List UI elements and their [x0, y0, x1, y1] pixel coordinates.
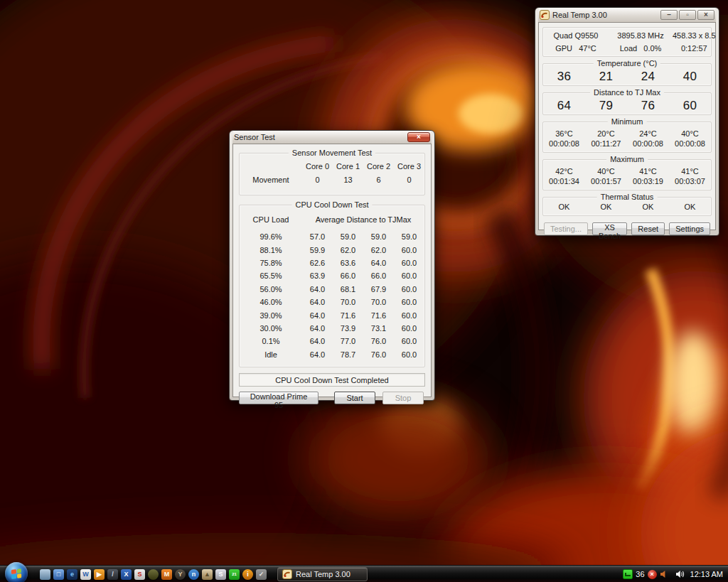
maximum-label: Maximum	[606, 155, 648, 163]
cooldown-load-value: Idle	[240, 350, 302, 359]
minimum-column: 40°C00:00:08	[669, 129, 711, 149]
real-temp-window: Real Temp 3.00 – ▫ × Quad Q95503895.83 M…	[535, 7, 719, 236]
cooldown-row: 46.0%64.070.070.060.0	[240, 296, 424, 308]
cooldown-distance-value: 70.0	[363, 298, 394, 306]
windows-logo-icon	[11, 568, 21, 579]
thermal-status-value: OK	[543, 203, 585, 211]
temperature-value: 21	[585, 70, 627, 84]
stop-button[interactable]: Stop	[382, 392, 424, 404]
maximum-time: 00:01:57	[585, 176, 627, 186]
silver-swoosh-icon[interactable]: S	[215, 569, 226, 580]
flag-pane	[11, 574, 16, 579]
system-tray: 36 × 12:13 AM	[623, 566, 724, 582]
cooldown-distance-value: 70.0	[333, 298, 363, 306]
real-temp-titlebar[interactable]: Real Temp 3.00 – ▫ ×	[538, 8, 716, 22]
cooldown-distance-value: 59.0	[333, 232, 363, 241]
minimum-column: 20°C00:11:27	[585, 129, 627, 149]
download-prime95-button[interactable]: Download Prime 95	[239, 392, 318, 404]
cpu-info-cell: Load 0.0%	[609, 44, 673, 53]
start-button[interactable]: Start	[334, 392, 375, 404]
show-desktop-icon[interactable]	[40, 569, 50, 580]
info-icon[interactable]: i	[242, 569, 253, 580]
media-player-icon[interactable]: ▶	[94, 569, 105, 580]
minimum-time: 00:00:08	[627, 139, 669, 149]
real-temp-client: Quad Q95503895.83 MHz458.33 x 8.5 GPU 47…	[538, 22, 716, 230]
maximum-temp: 40°C	[585, 166, 627, 176]
faded-check-icon[interactable]: ✓	[256, 569, 267, 580]
mute-icon[interactable]: ×	[648, 570, 657, 579]
cooldown-distance-value: 62.0	[363, 246, 394, 254]
cooldown-distance-value: 67.9	[363, 285, 394, 293]
dark-brush-icon[interactable]: /	[107, 569, 118, 580]
cooldown-load-value: 46.0%	[240, 298, 302, 306]
minimize-icon[interactable]: –	[660, 10, 678, 20]
distance-value: 79	[585, 99, 627, 113]
xs-bench-button[interactable]: XS Bench	[592, 222, 627, 235]
real-temp-tray-icon[interactable]	[623, 569, 633, 579]
cooldown-distance-value: 64.0	[302, 311, 333, 320]
close-icon[interactable]: ×	[407, 132, 430, 142]
cooldown-distance-value: 64.0	[302, 298, 333, 306]
cooldown-distance-value: 60.0	[394, 311, 424, 320]
cooldown-load-value: 30.0%	[240, 324, 302, 333]
sensor-test-titlebar[interactable]: Sensor Test ×	[232, 131, 432, 144]
orange-butterfly-icon[interactable]: M	[161, 569, 172, 580]
sensor-test-client: Sensor Movement Test Core 0Core 1Core 2C…	[232, 144, 432, 397]
real-temp-app-icon	[540, 10, 550, 20]
temperature-label: Temperature (°C)	[594, 59, 660, 68]
maximum-time: 00:01:34	[543, 176, 585, 186]
cooldown-distance-value: 59.0	[363, 232, 394, 241]
internet-explorer-icon[interactable]: e	[67, 569, 77, 580]
switch-windows-icon[interactable]: □	[53, 569, 64, 580]
movement-col-header: Core 3	[394, 162, 424, 171]
movement-col-header: Core 0	[302, 162, 333, 171]
cooldown-distance-value: 66.0	[333, 271, 363, 280]
cooldown-load-value: 99.6%	[240, 232, 302, 241]
cooldown-row: 56.0%64.068.167.960.0	[240, 283, 424, 296]
distance-value: 60	[669, 99, 711, 113]
cooldown-distance-value: 57.0	[302, 232, 333, 241]
minimum-temp: 20°C	[585, 129, 627, 139]
olive-orb-icon[interactable]	[148, 569, 159, 580]
cooldown-row: 99.6%57.059.059.059.0	[240, 230, 424, 243]
reset-button[interactable]: Reset	[631, 222, 665, 235]
cpu-info-cell: 3895.83 MHz	[609, 31, 673, 40]
photo-viewer-icon[interactable]: ▲	[202, 569, 213, 580]
volume-icon[interactable]	[675, 570, 685, 578]
cooldown-distance-value: 60.0	[394, 337, 424, 345]
taskbar-real-temp-button[interactable]: Real Temp 3.00	[277, 567, 368, 581]
real-temp-title: Real Temp 3.00	[552, 11, 607, 19]
maximum-column: 40°C00:01:57	[585, 166, 627, 186]
flag-pane	[17, 573, 22, 578]
settings-button[interactable]: Settings	[669, 222, 710, 235]
temperature-value: 24	[627, 70, 669, 84]
clock[interactable]: 12:13 AM	[690, 570, 723, 578]
word-processor-icon[interactable]: W	[80, 569, 91, 580]
cooldown-row: 30.0%64.073.973.160.0	[240, 322, 424, 335]
orange-speaker-icon[interactable]	[660, 570, 668, 578]
cooldown-distance-value: 60.0	[394, 259, 424, 267]
cooldown-header: CPU Load Average Distance to TJMax	[240, 215, 424, 227]
cooldown-distance-value: 60.0	[394, 271, 424, 280]
cooldown-distance-header: Average Distance to TJMax	[302, 215, 424, 227]
red-quill-icon[interactable]: S	[134, 569, 145, 580]
cpu-info-cell: 0:12:57	[673, 44, 716, 53]
dark-trefoil-icon[interactable]: Y	[175, 569, 186, 580]
close-icon[interactable]: ×	[697, 10, 714, 20]
minimum-time: 00:00:08	[669, 139, 711, 149]
cpu-info-cell: Quad Q9550	[543, 31, 609, 40]
blue-x-icon[interactable]: X	[121, 569, 132, 580]
testing-button[interactable]: Testing...	[544, 222, 588, 235]
minimum-panel: Minimum 36°C00:00:0820°C00:11:2724°C00:0…	[542, 122, 712, 153]
movement-value: 0	[394, 176, 424, 184]
distance-value: 76	[627, 99, 669, 113]
green-schedule-icon[interactable]: 21	[229, 569, 240, 580]
maximize-icon[interactable]: ▫	[679, 10, 696, 20]
sensor-test-title: Sensor Test	[234, 133, 275, 141]
cooldown-load-value: 39.0%	[240, 311, 302, 320]
sensor-movement-title: Sensor Movement Test	[289, 149, 375, 157]
blue-n-icon[interactable]: n	[188, 569, 199, 580]
sensor-movement-table: Core 0Core 1Core 2Core 3Movement01360	[240, 162, 424, 184]
start-button[interactable]	[5, 562, 28, 582]
movement-corner-cell	[240, 162, 302, 171]
